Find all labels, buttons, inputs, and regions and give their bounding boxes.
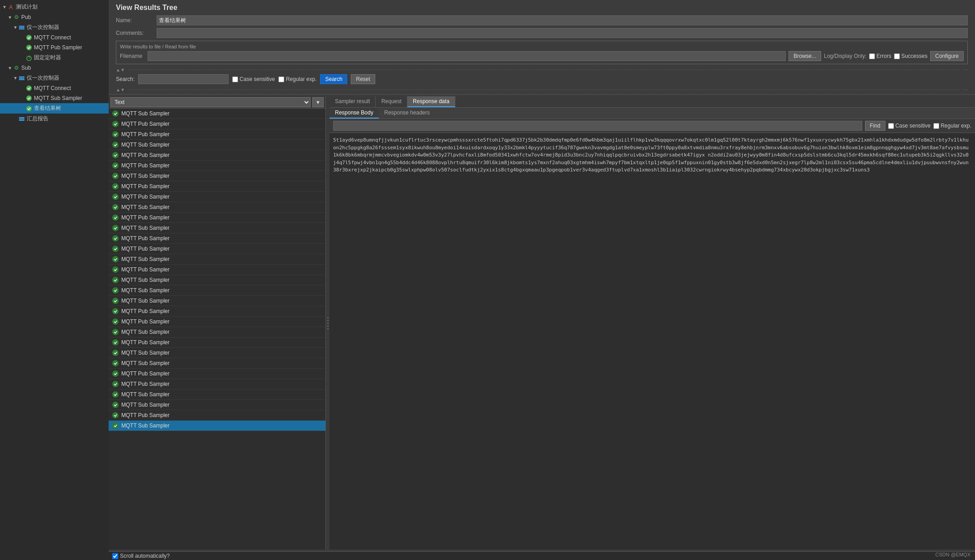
case-sensitive-label[interactable]: Case sensitive (232, 76, 275, 82)
tab-response-data[interactable]: Response data (407, 96, 455, 107)
sidebar-item-mqtt-pub-sampler[interactable]: MQTT Pub Sampler (0, 43, 109, 52)
sidebar-item-mqtt-sub-sampler[interactable]: MQTT Sub Sampler (0, 93, 109, 103)
result-status-icon (111, 370, 119, 378)
result-item[interactable]: MQTT Pub Sampler (109, 181, 325, 192)
results-list[interactable]: MQTT Sub SamplerMQTT Pub SamplerMQTT Pub… (109, 109, 325, 550)
result-item[interactable]: MQTT Sub Sampler (109, 421, 325, 431)
collapse-top: ▲▼ ⋯ (116, 67, 968, 72)
find-case-sensitive-checkbox[interactable] (888, 123, 894, 129)
filename-row: Filename Browse... Log/Display Only: Err… (120, 51, 964, 61)
reset-button[interactable]: Reset (351, 74, 375, 84)
sidebar-item-pub[interactable]: ▼ ⚙ Pub (0, 12, 109, 22)
name-input[interactable] (157, 15, 968, 25)
result-item[interactable]: MQTT Sub Sampler (109, 254, 325, 265)
filter-arrow-btn[interactable]: ▼ (312, 97, 324, 107)
result-item[interactable]: MQTT Pub Sampler (109, 265, 325, 275)
svg-point-44 (112, 391, 119, 398)
filter-dropdown[interactable]: Text (110, 97, 311, 107)
errors-checkbox-label[interactable]: Errors (869, 53, 891, 59)
result-item[interactable]: MQTT Pub Sampler (109, 129, 325, 140)
vertical-splitter[interactable] (326, 96, 330, 550)
sub-tab-response-headers[interactable]: Response headers (379, 108, 435, 119)
result-item[interactable]: MQTT Sub Sampler (109, 348, 325, 358)
result-item[interactable]: MQTT Pub Sampler (109, 150, 325, 161)
sidebar-item-timer1[interactable]: 固定定时器 (0, 52, 109, 63)
regular-exp-checkbox[interactable] (278, 76, 284, 82)
sidebar-item-mqtt-connect1[interactable]: MQTT Connect (0, 33, 109, 43)
scroll-auto-label[interactable]: Scroll automatically? (112, 553, 170, 559)
svg-point-27 (112, 214, 119, 221)
response-body[interactable]: 5t1ayd6vep8umnqfjjvkun1cuflrtuc3rsceywcp… (330, 133, 975, 550)
regular-exp-label[interactable]: Regular exp. (278, 76, 316, 82)
result-item[interactable]: MQTT Sub Sampler (109, 327, 325, 337)
comments-input[interactable] (157, 28, 968, 38)
result-item[interactable]: MQTT Sub Sampler (109, 171, 325, 181)
browse-button[interactable]: Browse... (789, 51, 821, 61)
result-item[interactable]: MQTT Sub Sampler (109, 140, 325, 150)
sidebar-label-view-results: 查看结果树 (34, 104, 61, 112)
result-item[interactable]: MQTT Pub Sampler (109, 410, 325, 421)
sidebar-label-timer1: 固定定时器 (34, 54, 61, 62)
result-item[interactable]: MQTT Pub Sampler (109, 213, 325, 223)
configure-button[interactable]: Configure (930, 51, 964, 61)
svg-rect-10 (19, 79, 24, 80)
result-item[interactable]: MQTT Sub Sampler (109, 202, 325, 213)
result-item[interactable]: MQTT Sub Sampler (109, 223, 325, 233)
result-item[interactable]: MQTT Sub Sampler (109, 275, 325, 285)
result-item[interactable]: MQTT Pub Sampler (109, 317, 325, 327)
results-panel: Text ▼ MQTT Sub SamplerMQTT Pub SamplerM… (109, 96, 326, 550)
result-item[interactable]: MQTT Sub Sampler (109, 400, 325, 410)
sidebar-item-mqtt-connect2[interactable]: MQTT Connect (0, 83, 109, 93)
errors-checkbox[interactable] (869, 53, 875, 59)
results-toolbar: Text ▼ (109, 96, 325, 109)
sidebar-label-test-plan: 测试计划 (16, 3, 38, 11)
tab-sampler-result[interactable]: Sampler result (330, 96, 376, 107)
main-content: View Results Tree Name: Comments: Write … (109, 0, 975, 560)
sidebar-item-view-results[interactable]: 查看结果树 (0, 103, 109, 114)
sub-tab-response-body[interactable]: Response Body (330, 108, 379, 119)
result-item[interactable]: MQTT Pub Sampler (109, 119, 325, 129)
result-item[interactable]: MQTT Pub Sampler (109, 379, 325, 389)
result-status-icon (111, 411, 119, 419)
find-input[interactable] (333, 121, 862, 131)
result-name: MQTT Sub Sampler (121, 277, 169, 283)
result-item[interactable]: MQTT Pub Sampler (109, 306, 325, 317)
arrow-test-plan: ▼ (2, 5, 7, 9)
result-item[interactable]: MQTT Pub Sampler (109, 369, 325, 379)
result-status-icon (111, 380, 119, 388)
result-item[interactable]: MQTT Pub Sampler (109, 244, 325, 254)
case-sensitive-checkbox[interactable] (232, 76, 238, 82)
successes-checkbox[interactable] (894, 53, 900, 59)
find-button[interactable]: Find (865, 121, 885, 131)
result-item[interactable]: MQTT Pub Sampler (109, 233, 325, 244)
successes-checkbox-label[interactable]: Successes (894, 53, 927, 59)
sidebar-item-controller2[interactable]: ▼ 仅一次控制器 (0, 73, 109, 83)
result-name: MQTT Pub Sampler (121, 162, 169, 169)
scroll-auto-checkbox[interactable] (112, 553, 118, 559)
result-item[interactable]: MQTT Sub Sampler (109, 296, 325, 306)
svg-point-45 (112, 402, 119, 408)
search-button[interactable]: Search (320, 74, 347, 84)
filename-input[interactable] (148, 51, 786, 61)
tab-request[interactable]: Request (376, 96, 407, 107)
sidebar-item-controller1[interactable]: ▼ 仅一次控制器 (0, 22, 109, 33)
result-item[interactable]: MQTT Sub Sampler (109, 285, 325, 296)
result-item[interactable]: MQTT Pub Sampler (109, 337, 325, 348)
find-case-sensitive-label[interactable]: Case sensitive (888, 123, 931, 129)
svg-rect-14 (19, 117, 24, 118)
result-item[interactable]: MQTT Sub Sampler (109, 358, 325, 369)
sidebar-item-summary[interactable]: 汇总报告 (0, 114, 109, 124)
search-input[interactable] (138, 74, 229, 84)
result-status-icon (111, 120, 119, 128)
sidebar-item-test-plan[interactable]: ▼ A 测试计划 (0, 2, 109, 12)
find-regular-exp-checkbox[interactable] (933, 123, 939, 129)
result-item[interactable]: MQTT Sub Sampler (109, 389, 325, 400)
result-item[interactable]: MQTT Pub Sampler (109, 161, 325, 171)
svg-point-40 (112, 350, 119, 356)
result-item[interactable]: MQTT Sub Sampler (109, 109, 325, 119)
result-item[interactable]: MQTT Pub Sampler (109, 192, 325, 202)
find-regular-exp-label[interactable]: Regular exp. (933, 123, 971, 129)
sidebar-item-sub[interactable]: ▼ ⚙ Sub (0, 63, 109, 73)
page-title: View Results Tree (116, 4, 968, 12)
mqtt-connect2-icon (25, 85, 33, 92)
